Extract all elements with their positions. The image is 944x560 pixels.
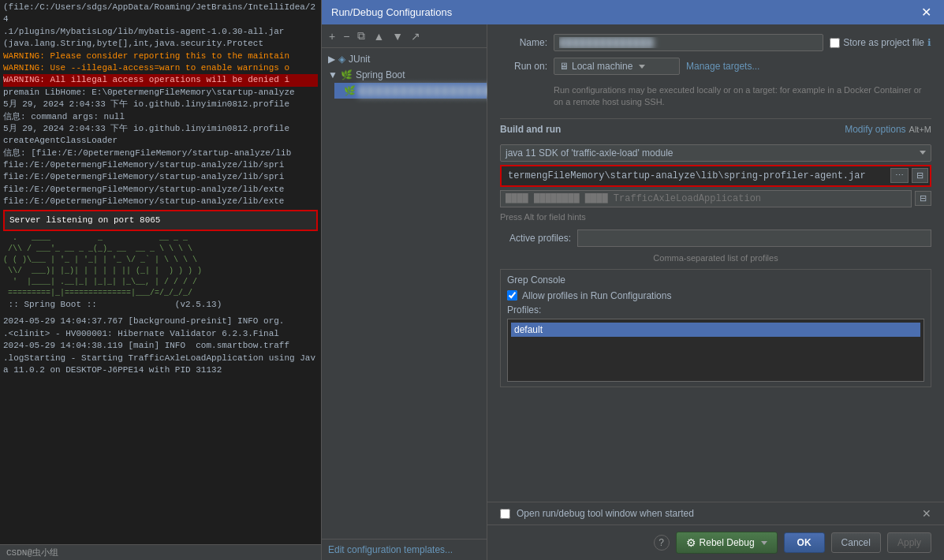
terminal-line: WARNING: Please consider reporting this … bbox=[3, 50, 318, 62]
main-class-browse-button[interactable]: ⊟ bbox=[915, 191, 931, 206]
active-profiles-input[interactable] bbox=[577, 230, 931, 247]
move-down-button[interactable]: ▼ bbox=[390, 28, 405, 44]
sdk-value: java 11 SDK of 'traffic-axle-load' modul… bbox=[506, 147, 673, 159]
log-line: 2024-05-29 14:04:38.119 [main] INFO com.… bbox=[3, 340, 318, 352]
spring-item-icon: 🌿 bbox=[344, 85, 356, 96]
local-machine-icon: 🖥 bbox=[559, 61, 569, 72]
junit-icon: ◈ bbox=[338, 54, 345, 65]
name-label: Name: bbox=[500, 37, 547, 48]
ascii-art-line: ' |____| .__|_| |_|_| |_\__, | / / / / bbox=[3, 277, 318, 288]
terminal-line: (java.lang.String,byte[],int,java.securi… bbox=[3, 38, 318, 50]
config-panel: Name: Store as project file ℹ Run on: 🖥 … bbox=[487, 24, 944, 560]
tree-children: 🌿 ████████████████████ bbox=[322, 83, 487, 99]
dropdown-arrow-icon bbox=[639, 65, 645, 69]
dialog-title: Run/Debug Configurations bbox=[331, 6, 452, 18]
dialog-close-button[interactable]: ✕ bbox=[918, 5, 935, 20]
rebel-debug-label: Rebel Debug bbox=[700, 537, 755, 548]
terminal-line: file:/E:/0petermengFileMemory/startup-an… bbox=[3, 159, 318, 171]
expand-icon: ▼ bbox=[328, 69, 338, 80]
allow-profiles-checkbox-label[interactable]: Allow profiles in Run Configurations bbox=[522, 290, 671, 301]
name-input[interactable] bbox=[554, 34, 823, 51]
tree-group-label: JUnit bbox=[349, 54, 370, 65]
tree-toolbar: + − ⧉ ▲ ▼ ↗ bbox=[322, 24, 487, 48]
log-line: .<clinit> - HV000001: Hibernate Validato… bbox=[3, 328, 318, 340]
active-profiles-row: Active profiles: bbox=[500, 230, 931, 247]
remove-config-button[interactable]: − bbox=[341, 28, 352, 44]
tree-group-junit[interactable]: ▶ ◈ JUnit bbox=[322, 51, 487, 67]
comma-hint-text: Comma-separated list of profiles bbox=[500, 253, 931, 263]
ascii-art-line: \\/ ___)| |_)| | | | | || (_| | ) ) ) ) bbox=[3, 266, 318, 277]
ok-button[interactable]: OK bbox=[784, 532, 825, 553]
copy-config-button[interactable]: ⧉ bbox=[355, 28, 368, 44]
jar-expand-button[interactable]: ⊟ bbox=[912, 168, 928, 183]
tree-item-spring-app[interactable]: 🌿 ████████████████████ bbox=[334, 83, 487, 99]
terminal-line: WARNING: Use --illegal-access=warn to en… bbox=[3, 62, 318, 74]
jar-browse-button[interactable]: ⋯ bbox=[890, 168, 909, 183]
server-listening-text: Server listening on port 8065 bbox=[3, 210, 318, 231]
rebel-dropdown-icon bbox=[761, 541, 767, 545]
share-config-button[interactable]: ↗ bbox=[409, 28, 423, 44]
ascii-art-line: /\\ / ___'_ __ _ _(_)_ __ __ _ \ \ \ \ bbox=[3, 244, 318, 255]
store-info-icon: ℹ bbox=[927, 37, 931, 48]
spring-boot-icon: 🌿 bbox=[341, 69, 353, 80]
profiles-label: Profiles: bbox=[507, 304, 924, 315]
sdk-row: java 11 SDK of 'traffic-axle-load' modul… bbox=[500, 144, 931, 162]
terminal-line: (file:/C:/Users/sdgs/AppData/Roaming/Jet… bbox=[3, 2, 318, 26]
open-run-close-button[interactable]: ✕ bbox=[922, 507, 931, 520]
dialog-titlebar: Run/Debug Configurations ✕ bbox=[322, 0, 944, 24]
ascii-art-line: =========|_|==============|___/=/_/_/_/ bbox=[3, 288, 318, 299]
apply-button[interactable]: Apply bbox=[887, 532, 931, 553]
terminal-line: file:/E:/0petermengFileMemory/startup-an… bbox=[3, 196, 318, 207]
modify-shortcut: Alt+M bbox=[909, 125, 931, 134]
spring-boot-banner: :: Spring Boot :: (v2.5.13) bbox=[3, 299, 318, 311]
tree-group-spring-boot[interactable]: ▼ 🌿 Spring Boot bbox=[322, 67, 487, 83]
dialog-buttons: ? ⚙ Rebel Debug OK Cancel Apply bbox=[487, 525, 944, 560]
rebel-debug-button[interactable]: ⚙ Rebel Debug bbox=[676, 532, 778, 554]
store-project-label[interactable]: Store as project file bbox=[843, 37, 924, 48]
name-row: Name: Store as project file ℹ bbox=[500, 34, 931, 51]
terminal-panel: (file:/C:/Users/sdgs/AppData/Roaming/Jet… bbox=[0, 0, 321, 560]
run-on-dropdown[interactable]: 🖥 Local machine bbox=[554, 58, 680, 75]
build-run-fields: java 11 SDK of 'traffic-axle-load' modul… bbox=[500, 144, 931, 223]
modify-options-link[interactable]: Modify options bbox=[845, 124, 905, 135]
run-debug-dialog: Run/Debug Configurations ✕ + − ⧉ ▲ ▼ ↗ ▶… bbox=[321, 0, 944, 560]
config-form: Name: Store as project file ℹ Run on: 🖥 … bbox=[487, 24, 944, 502]
terminal-content: (file:/C:/Users/sdgs/AppData/Roaming/Jet… bbox=[0, 0, 321, 544]
profile-item-default[interactable]: default bbox=[511, 323, 920, 337]
terminal-line: .1/plugins/MybatisLog/lib/mybatis-agent-… bbox=[3, 26, 318, 38]
ascii-art-line: . ____ _ __ _ _ bbox=[3, 233, 318, 244]
add-config-button[interactable]: + bbox=[326, 28, 338, 44]
terminal-line: createAgentClassLoader bbox=[3, 135, 318, 147]
sdk-dropdown[interactable]: java 11 SDK of 'traffic-axle-load' modul… bbox=[500, 144, 931, 162]
open-run-checkbox[interactable] bbox=[500, 509, 510, 519]
profiles-list[interactable]: default bbox=[507, 319, 924, 382]
sdk-dropdown-arrow-icon bbox=[920, 151, 926, 155]
tree-panel: + − ⧉ ▲ ▼ ↗ ▶ ◈ JUnit ▼ 🌿 Spring Boot bbox=[322, 24, 487, 560]
alt-hint-text: Press Alt for field hints bbox=[500, 211, 931, 223]
run-config-info-text: Run configurations may be executed local… bbox=[500, 81, 931, 112]
run-on-row: Run on: 🖥 Local machine Manage targets..… bbox=[500, 58, 931, 75]
open-run-left: Open run/debug tool window when started bbox=[500, 508, 694, 519]
manage-targets-link[interactable]: Manage targets... bbox=[686, 61, 759, 72]
active-profiles-label: Active profiles: bbox=[500, 233, 571, 244]
run-on-label: Run on: bbox=[500, 61, 547, 72]
grep-console-section: Grep Console Allow profiles in Run Confi… bbox=[500, 269, 931, 387]
move-up-button[interactable]: ▲ bbox=[371, 28, 386, 44]
log-line: .logStarting - Starting TrafficAxleLoadA… bbox=[3, 353, 318, 377]
terminal-line: 5月 29, 2024 2:04:33 下午 io.github.linyimi… bbox=[3, 99, 318, 110]
tree-group-label: Spring Boot bbox=[356, 69, 405, 80]
build-run-section-header: Build and run Modify options Alt+M bbox=[500, 118, 931, 138]
help-button[interactable]: ? bbox=[654, 535, 670, 551]
jar-path-input[interactable] bbox=[503, 168, 887, 184]
main-class-input[interactable] bbox=[500, 190, 912, 207]
store-project-cell: Store as project file ℹ bbox=[830, 37, 931, 48]
allow-profiles-checkbox[interactable] bbox=[507, 290, 517, 301]
edit-templates-link[interactable]: Edit configuration templates... bbox=[328, 544, 453, 555]
tree-footer: Edit configuration templates... bbox=[322, 539, 487, 560]
cancel-button[interactable]: Cancel bbox=[831, 532, 881, 553]
open-run-label[interactable]: Open run/debug tool window when started bbox=[517, 508, 694, 519]
terminal-footer: CSDN@虫小组 bbox=[0, 544, 321, 560]
terminal-line: 信息: [file:/E:/0petermengFileMemory/start… bbox=[3, 147, 318, 159]
store-project-checkbox[interactable] bbox=[830, 38, 840, 48]
allow-profiles-row: Allow profiles in Run Configurations bbox=[507, 290, 924, 301]
